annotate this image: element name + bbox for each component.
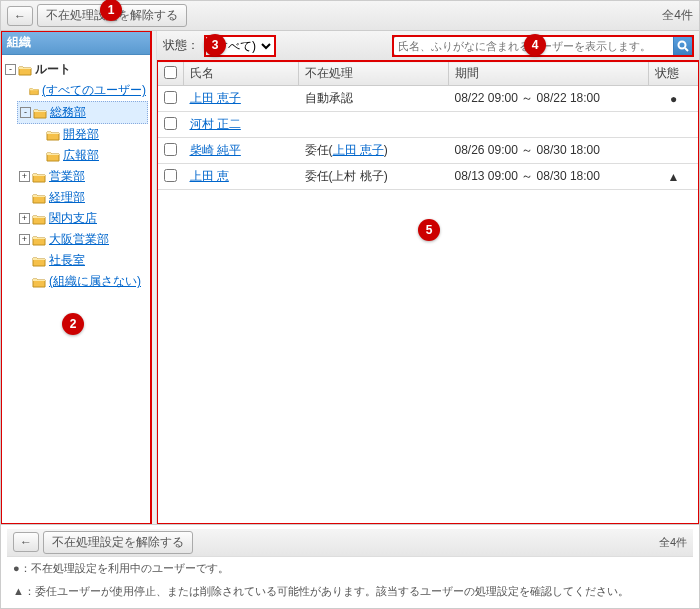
folder-icon (33, 107, 47, 119)
table-row: 上田 恵子自動承認08/22 09:00 ～ 08/22 18:00● (158, 86, 699, 112)
cell-proxy: 委任(上田 恵子) (299, 138, 449, 164)
cell-status: ● (649, 86, 699, 112)
tree-item[interactable]: (すべてのユーザー) (17, 80, 148, 101)
tree-label[interactable]: (組織に属さない) (49, 273, 141, 290)
folder-icon (32, 276, 46, 288)
tree-label[interactable]: 経理部 (49, 189, 85, 206)
callout-5: 5 (418, 219, 440, 241)
callout-4: 4 (524, 34, 546, 56)
cell-proxy: 自動承認 (299, 86, 449, 112)
legend-warning: ▲：委任ユーザーが使用停止、または削除されている可能性があります。該当するユーザ… (7, 580, 693, 604)
tree-root-label[interactable]: ルート (35, 61, 71, 78)
folder-icon (32, 234, 46, 246)
folder-icon (32, 255, 46, 267)
footer: ← 不在処理設定を解除する 全4件 ●：不在処理設定を利用中のユーザーです。 ▲… (1, 524, 699, 608)
row-checkbox[interactable] (164, 117, 177, 130)
tree-spacer (19, 192, 30, 203)
user-grid: 氏名 不在処理 期間 状態 上田 恵子自動承認08/22 09:00 ～ 08/… (157, 61, 699, 524)
footer-clear-button[interactable]: 不在処理設定を解除する (43, 531, 193, 554)
footer-back-button[interactable]: ← (13, 532, 39, 552)
user-name-link[interactable]: 上田 恵子 (190, 91, 241, 105)
col-name[interactable]: 氏名 (184, 62, 299, 86)
tree-item[interactable]: 社長室 (17, 250, 148, 271)
record-count: 全4件 (662, 7, 693, 24)
cell-status: ▲ (649, 164, 699, 190)
callout-1: 1 (100, 0, 122, 21)
cell-proxy: 委任(上村 桃子) (299, 164, 449, 190)
callout-3: 3 (204, 34, 226, 56)
cell-proxy (299, 112, 449, 138)
callout-2: 2 (62, 313, 84, 335)
tree-toggle[interactable]: + (19, 234, 30, 245)
tree-label[interactable]: 関内支店 (49, 210, 97, 227)
search-icon (677, 40, 689, 52)
folder-icon (18, 64, 32, 76)
col-status[interactable]: 状態 (649, 62, 699, 86)
footer-record-count: 全4件 (659, 535, 687, 550)
tree-item[interactable]: 広報部 (31, 145, 148, 166)
org-tree: - ルート (すべてのユーザー)-総務部開発部広報部+営業部経理部+関内支店+大… (1, 55, 150, 524)
tree-spacer (19, 255, 30, 266)
tree-toggle[interactable]: - (20, 107, 31, 118)
tree-spacer (19, 85, 27, 96)
row-checkbox[interactable] (164, 91, 177, 104)
tree-label[interactable]: 大阪営業部 (49, 231, 109, 248)
proxy-user-link[interactable]: 上田 恵子 (333, 143, 384, 157)
folder-icon (29, 85, 39, 97)
svg-line-1 (685, 48, 688, 51)
user-name-link[interactable]: 上田 恵 (190, 169, 229, 183)
tree-item[interactable]: +営業部 (17, 166, 148, 187)
user-name-link[interactable]: 柴崎 純平 (190, 143, 241, 157)
tree-toggle[interactable]: + (19, 171, 30, 182)
svg-point-0 (679, 41, 686, 48)
tree-label[interactable]: 総務部 (50, 104, 86, 121)
cell-period: 08/22 09:00 ～ 08/22 18:00 (449, 86, 649, 112)
tree-item[interactable]: +関内支店 (17, 208, 148, 229)
tree-toggle[interactable]: - (5, 64, 16, 75)
tree-label[interactable]: (すべてのユーザー) (42, 82, 146, 99)
tree-item[interactable]: (組織に属さない) (17, 271, 148, 292)
main-panel: 状態： (すべて) 氏名 不在処理 (157, 31, 699, 524)
table-row: 柴崎 純平委任(上田 恵子)08/26 09:00 ～ 08/30 18:00 (158, 138, 699, 164)
tree-item[interactable]: -総務部 (17, 101, 148, 124)
tree-label[interactable]: 社長室 (49, 252, 85, 269)
user-name-link[interactable]: 河村 正二 (190, 117, 241, 131)
sidebar-header: 組織 (1, 31, 150, 55)
back-button[interactable]: ← (7, 6, 33, 26)
folder-icon (46, 150, 60, 162)
cell-status (649, 112, 699, 138)
tree-label[interactable]: 営業部 (49, 168, 85, 185)
search-button[interactable] (673, 36, 693, 56)
org-sidebar: 組織 - ルート (すべてのユーザー)-総務部開発部広報部+営業部経理部+関内支… (1, 31, 151, 524)
cell-period: 08/13 09:00 ～ 08/30 18:00 (449, 164, 649, 190)
tree-item[interactable]: 開発部 (31, 124, 148, 145)
cell-period: 08/26 09:00 ～ 08/30 18:00 (449, 138, 649, 164)
tree-toggle[interactable]: + (19, 213, 30, 224)
cell-status (649, 138, 699, 164)
filter-bar: 状態： (すべて) (157, 31, 699, 61)
select-all-checkbox[interactable] (164, 66, 177, 79)
tree-item[interactable]: 経理部 (17, 187, 148, 208)
tree-spacer (33, 129, 44, 140)
col-period[interactable]: 期間 (449, 62, 649, 86)
table-row: 河村 正二 (158, 112, 699, 138)
table-row: 上田 恵委任(上村 桃子)08/13 09:00 ～ 08/30 18:00▲ (158, 164, 699, 190)
folder-icon (32, 213, 46, 225)
col-proxy[interactable]: 不在処理 (299, 62, 449, 86)
row-checkbox[interactable] (164, 143, 177, 156)
folder-icon (32, 171, 46, 183)
tree-label[interactable]: 広報部 (63, 147, 99, 164)
legend-active: ●：不在処理設定を利用中のユーザーです。 (7, 557, 693, 581)
folder-icon (46, 129, 60, 141)
folder-icon (32, 192, 46, 204)
cell-period (449, 112, 649, 138)
status-filter-label: 状態： (163, 37, 199, 54)
tree-spacer (33, 150, 44, 161)
tree-spacer (19, 276, 30, 287)
row-checkbox[interactable] (164, 169, 177, 182)
tree-item[interactable]: +大阪営業部 (17, 229, 148, 250)
tree-label[interactable]: 開発部 (63, 126, 99, 143)
